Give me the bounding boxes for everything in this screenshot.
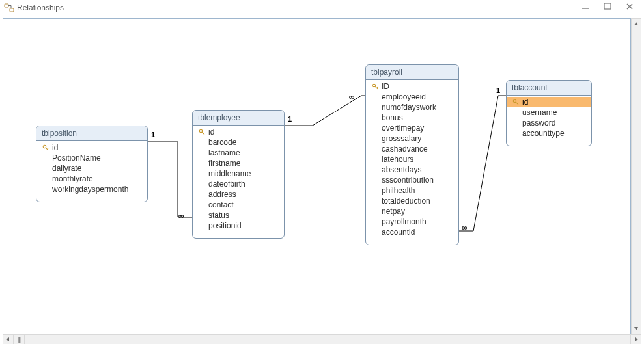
table-field[interactable]: monthlyrate <box>36 174 147 184</box>
table-field[interactable]: PositionName <box>36 153 147 163</box>
horizontal-scrollbar[interactable]: ||| <box>3 334 641 344</box>
relationships-window: Relationships <box>0 0 644 344</box>
table-field[interactable]: latehours <box>366 154 458 165</box>
table-field[interactable]: accounttype <box>507 128 591 139</box>
table-field[interactable]: totaldeduction <box>366 196 458 206</box>
svg-line-14 <box>376 87 377 88</box>
table-field[interactable]: contact <box>193 200 284 210</box>
table-tblaccount[interactable]: tblaccount idusernamepasswordaccounttype <box>506 80 592 146</box>
cardinality-many: ∞ <box>178 211 184 220</box>
cardinality-many: ∞ <box>349 92 355 101</box>
table-field[interactable]: status <box>193 210 284 220</box>
svg-line-8 <box>47 148 48 149</box>
field-name: totaldeduction <box>380 196 430 205</box>
field-name: latehours <box>380 155 413 164</box>
svg-point-12 <box>372 84 375 86</box>
table-tblpayroll[interactable]: tblpayroll IDemplooyeeidnumofdaysworkbon… <box>365 64 459 245</box>
svg-rect-3 <box>604 3 611 9</box>
svg-point-15 <box>513 99 516 102</box>
primary-key-icon <box>372 83 379 90</box>
field-name: emplooyeeid <box>380 92 426 101</box>
table-field[interactable]: firstname <box>193 158 284 168</box>
table-tblposition[interactable]: tblposition idPositionNamedailyratemonth… <box>36 126 148 202</box>
primary-key-icon <box>370 83 380 90</box>
table-field[interactable]: grosssalary <box>366 133 458 144</box>
window-title: Relationships <box>17 3 64 12</box>
table-field[interactable]: lastname <box>193 148 284 158</box>
scroll-ruler-icon[interactable]: ||| <box>14 335 25 344</box>
close-button[interactable] <box>622 1 637 12</box>
titlebar[interactable]: Relationships <box>0 0 644 16</box>
table-field[interactable]: accountid <box>366 227 458 237</box>
svg-rect-0 <box>5 4 8 7</box>
table-field[interactable]: dateofbirth <box>193 179 284 189</box>
table-header[interactable]: tblpayroll <box>366 65 458 80</box>
table-field-list: idbarcodelastnamefirstnamemiddlenamedate… <box>193 126 284 232</box>
table-field[interactable]: emplooyeeid <box>366 92 458 102</box>
field-name: philhealth <box>380 186 415 195</box>
cardinality-many: ∞ <box>462 223 468 232</box>
field-name: password <box>521 118 555 127</box>
cardinality-one: 1 <box>288 115 292 123</box>
vertical-scrollbar[interactable] <box>631 18 641 334</box>
table-field[interactable]: barcode <box>193 137 284 148</box>
field-name: middlename <box>207 169 251 178</box>
maximize-button[interactable] <box>600 1 615 12</box>
field-name: overtimepay <box>380 124 424 133</box>
primary-key-icon <box>512 99 520 106</box>
table-field[interactable]: bonus <box>366 112 458 123</box>
table-field[interactable]: netpay <box>366 206 458 217</box>
scroll-up-icon[interactable] <box>632 19 641 29</box>
primary-key-icon <box>199 129 206 136</box>
field-name: payrollmonth <box>380 217 427 226</box>
table-field[interactable]: middlename <box>193 168 284 179</box>
field-name: grosssalary <box>380 134 421 143</box>
table-field[interactable]: ssscontribution <box>366 175 458 185</box>
table-field[interactable]: payrollmonth <box>366 217 458 227</box>
table-field[interactable]: numofdayswork <box>366 102 458 112</box>
table-field[interactable]: cashadvance <box>366 144 458 154</box>
table-field[interactable]: workingdayspermonth <box>36 184 147 194</box>
field-name: firstname <box>207 159 240 168</box>
table-field[interactable]: id <box>507 97 591 107</box>
minimize-button[interactable] <box>578 1 593 12</box>
table-field[interactable]: positionid <box>193 220 284 231</box>
table-field[interactable]: dailyrate <box>36 163 147 174</box>
table-field[interactable]: ID <box>366 81 458 92</box>
field-name: workingdayspermonth <box>51 185 128 194</box>
scroll-right-icon[interactable] <box>630 335 641 344</box>
table-field[interactable]: id <box>193 127 284 137</box>
svg-line-11 <box>203 133 204 133</box>
field-name: accountid <box>380 228 415 237</box>
field-name: barcode <box>207 138 236 147</box>
primary-key-icon <box>42 144 49 152</box>
relationship-canvas[interactable]: 1 ∞ 1 ∞ ∞ 1 tblposition idPositionNameda… <box>3 18 631 334</box>
scroll-down-icon[interactable] <box>632 323 641 334</box>
scroll-left-icon[interactable] <box>3 335 14 344</box>
field-name: accounttype <box>521 129 565 138</box>
field-name: dateofbirth <box>207 179 245 189</box>
field-name: monthlyrate <box>51 174 93 183</box>
table-field[interactable]: philhealth <box>366 185 458 196</box>
field-name: lastname <box>207 148 240 157</box>
table-field[interactable]: overtimepay <box>366 123 458 133</box>
field-name: contact <box>207 200 234 209</box>
table-header[interactable]: tblemployee <box>193 111 284 126</box>
table-tblemployee[interactable]: tblemployee idbarcodelastnamefirstnamemi… <box>192 110 285 239</box>
field-name: username <box>521 108 557 117</box>
table-header[interactable]: tblposition <box>36 126 147 141</box>
table-field[interactable]: username <box>507 107 591 118</box>
table-field[interactable]: id <box>36 142 147 153</box>
table-field[interactable]: password <box>507 118 591 128</box>
cardinality-one: 1 <box>496 86 500 94</box>
table-field[interactable]: absentdays <box>366 165 458 175</box>
table-field[interactable]: address <box>193 189 284 200</box>
primary-key-icon <box>197 129 207 136</box>
field-name: numofdayswork <box>380 103 436 112</box>
svg-point-6 <box>43 145 46 148</box>
svg-line-17 <box>517 103 518 103</box>
field-name: positionid <box>207 221 242 230</box>
field-name: netpay <box>380 207 405 216</box>
table-header[interactable]: tblaccount <box>507 81 591 96</box>
cardinality-one: 1 <box>151 131 155 139</box>
